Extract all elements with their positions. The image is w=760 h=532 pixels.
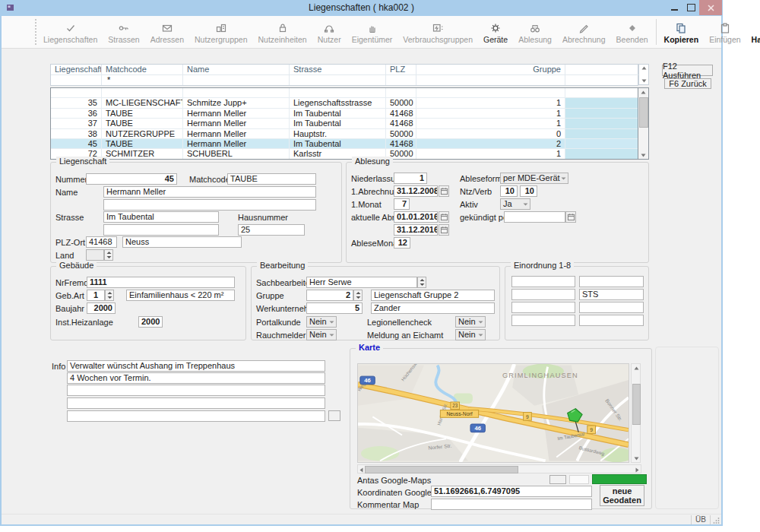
toolbar-item-geraete[interactable]: Geräte [478,16,513,48]
monat1-field[interactable]: 7 [394,198,410,210]
einordnung-field-8[interactable] [579,315,644,326]
scrollbar-thumb[interactable] [639,97,648,128]
werkunternehmer-field[interactable]: 5 [306,302,363,314]
ort-field[interactable]: Neuss [122,236,242,248]
toolbar-item-verbrauchsgruppen[interactable]: Verbrauchsgruppen [397,16,478,48]
neue-geodaten-button[interactable]: neue Geodaten [600,485,644,506]
toolbar-item-nutzergruppen[interactable]: Nutzergruppen [189,16,252,48]
toolbar-item-kopieren[interactable]: Kopieren [659,16,705,48]
rauchmelder-select[interactable]: Nein [306,329,337,340]
toolbar-item-abrechnung[interactable]: Abrechnung [557,16,611,48]
toolbar-item-nutzeinheiten[interactable]: Nutzeinheiten [253,16,312,48]
toolbar-item-strassen[interactable]: Strassen [103,16,144,48]
werkunternehmer-text-field[interactable]: Zander [371,302,495,314]
portalkunde-select[interactable]: Nein [306,316,337,328]
toolbar-item-nutzer[interactable]: Nutzer [312,16,347,48]
eichamt-select[interactable]: Nein [455,329,486,340]
map-vertical-scrollbar[interactable] [631,363,641,463]
toolbar-item-beenden[interactable]: Beenden [611,16,654,48]
resize-grip-icon[interactable] [713,517,720,524]
scrollbar-thumb[interactable] [632,384,641,425]
map-horizontal-scrollbar[interactable] [357,464,641,473]
info-line-2[interactable]: 4 Wochen vor Termin. [67,372,325,384]
strasse-field[interactable]: Im Taubental [103,211,219,223]
gebart-field[interactable]: 1 [87,290,105,301]
column-header[interactable]: Matchcode [102,65,183,74]
toolbar-item-hardcopy[interactable]: Hardcopy [746,16,760,48]
einordnung-field-7[interactable] [511,315,575,326]
toolbar-item-adressen[interactable]: Adressen [145,16,189,48]
filter-cell[interactable] [183,74,290,85]
baujahr-field[interactable]: 2000 [87,302,116,314]
scrollbar-thumb[interactable] [365,466,518,473]
info-line-1[interactable]: Verwalter wünscht Aushang im Treppenhaus [67,360,325,372]
column-header[interactable]: Gruppe [416,65,565,74]
toolbar-gripper[interactable] [35,19,36,45]
gekuendigt-calendar-button[interactable] [565,211,576,223]
gekuendigt-field[interactable] [504,211,565,223]
strasse2-field[interactable] [103,224,219,236]
land-select[interactable] [86,249,104,261]
aktuelle-bis-calendar-button[interactable] [439,224,449,236]
toolbar-item-eigentuemer[interactable]: Eigentümer [347,16,398,48]
filter-cell-matchcode[interactable]: * [102,74,183,85]
verb-field[interactable]: 10 [520,185,537,197]
map-small-button[interactable] [549,475,566,484]
filter-cell[interactable] [416,74,565,85]
name2-field[interactable] [103,199,316,211]
gebart-spin-button[interactable] [105,290,114,301]
einordnung-field-6[interactable] [579,302,644,313]
koordinaten-field[interactable]: 51.1692661,6.7497095 [431,486,592,497]
aktiv-select[interactable]: Ja [500,198,530,210]
toolbar-item-einfuegen[interactable]: Einfügen [704,16,746,48]
sachbearbeiter-spin-button[interactable] [417,277,426,288]
einordnung-field-5[interactable] [511,302,575,313]
gruppe-text-field[interactable]: Liegenschaft Gruppe 2 [371,290,495,301]
info-line-3[interactable] [67,385,325,396]
heizanlage-field[interactable]: 2000 [138,316,163,328]
minimize-button[interactable] [666,0,682,15]
aktuelle-von-calendar-button[interactable] [439,211,449,223]
land-spin-button[interactable] [104,249,113,261]
einordnung-field-4[interactable]: STS [579,289,644,300]
abrechnung1-calendar-button[interactable] [439,185,449,197]
abrechnung1-field[interactable]: 31.12.2008 [394,185,438,197]
matchcode-field[interactable]: TAUBE [227,173,316,185]
plz-field[interactable]: 41468 [86,236,117,248]
einordnung-field-1[interactable] [511,276,575,287]
filter-cell[interactable] [51,74,102,85]
column-header[interactable]: Strasse [290,65,386,74]
info-line-4[interactable] [67,397,325,409]
column-header[interactable]: Name [183,65,290,74]
map-canvas[interactable]: GRIMLINGHAUSEN Hüchensweg Weg Harffer St… [357,363,629,463]
aktuelle-von-field[interactable]: 01.01.2016 [394,211,438,223]
toolbar-item-ablesung[interactable]: Ablesung [513,16,557,48]
header-scrollbar[interactable] [638,64,649,85]
sachbearbeiter-select[interactable]: Herr Serwe [306,277,417,288]
column-header[interactable]: Liegenschaft [51,65,102,74]
nrfremd-field[interactable]: 1111 [87,277,235,288]
hausnummer-field[interactable]: 25 [238,224,305,236]
f12-ausfuehren-button[interactable]: F12 Ausführen [662,65,713,76]
niederlassung-field[interactable]: 1 [394,173,427,184]
info-line-5[interactable] [67,410,325,422]
close-button[interactable] [699,0,722,15]
table-scrollbar[interactable] [638,87,649,160]
kommentar-field[interactable] [431,499,592,510]
einordnung-field-2[interactable] [579,276,644,287]
gebart-text-field[interactable]: Einfamilienhaus < 220 m² [126,290,235,301]
toolbar-item-liegenschaften[interactable]: Liegenschaften [38,16,103,48]
ablesemonat-field[interactable]: 12 [394,237,410,249]
aktuelle-bis-field[interactable]: 31.12.2016 [394,224,438,236]
filter-cell[interactable] [290,74,386,85]
gruppe-spin-button[interactable] [353,290,363,301]
legionellencheck-select[interactable]: Nein [455,316,486,328]
einordnung-field-3[interactable] [511,289,575,300]
column-header[interactable]: PLZ [386,65,416,74]
nummer-field[interactable]: 45 [86,173,177,185]
ntz-field[interactable]: 10 [500,185,518,197]
maximize-button[interactable] [682,0,699,15]
name-field[interactable]: Hermann Meller [103,186,316,198]
info-more-button[interactable] [328,410,340,421]
ableseform-select[interactable]: per MDE-Gerät [500,173,568,184]
